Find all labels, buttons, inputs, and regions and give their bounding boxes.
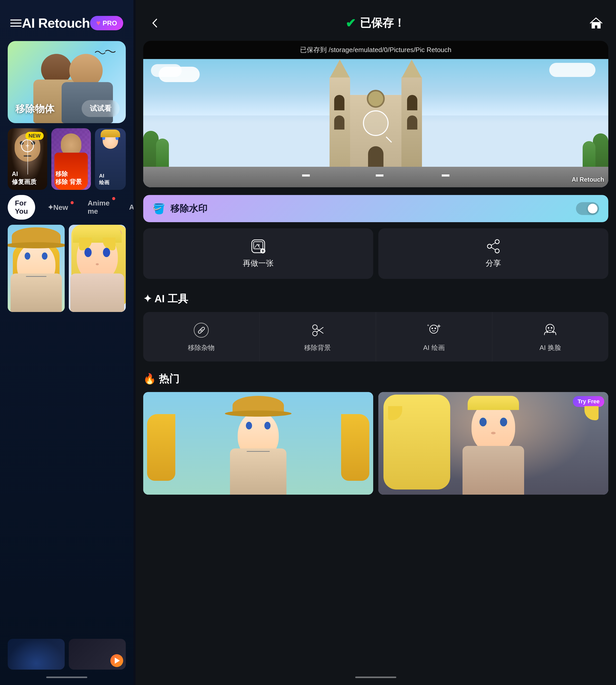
feature-paint-label: AI 绘画 bbox=[99, 173, 109, 186]
left-home-bar bbox=[46, 677, 87, 678]
back-button[interactable] bbox=[148, 17, 161, 29]
save-title: ✔ 已保存！ bbox=[346, 16, 405, 30]
anime-me-dot bbox=[112, 197, 115, 200]
hero-banner[interactable]: 移除物体 试试看 bbox=[8, 41, 126, 123]
ai-paint-label: AI 绘画 bbox=[423, 343, 445, 352]
home-button[interactable] bbox=[589, 16, 603, 30]
right-header: ✔ 已保存！ bbox=[135, 0, 616, 41]
right-home-bar bbox=[355, 677, 396, 678]
tool-ai-paint[interactable]: AI 绘画 bbox=[376, 312, 492, 362]
svg-point-22 bbox=[551, 327, 552, 329]
ai-tools-header: ✦ AI 工具 bbox=[135, 289, 616, 312]
feature-grid: NEW AI 修复画质 移除移除 背景 bbox=[8, 128, 126, 190]
panel-divider bbox=[133, 0, 135, 685]
app-title: AI Retouch bbox=[22, 16, 90, 31]
ai-face-label: AI 换脸 bbox=[540, 343, 561, 352]
remove-bg-icon bbox=[309, 321, 327, 339]
hero-text: 移除物体 bbox=[16, 102, 54, 115]
hot-card-2[interactable]: Try Free bbox=[378, 392, 608, 495]
share-label: 分享 bbox=[486, 258, 501, 269]
action-buttons: 再做一张 分享 bbox=[143, 228, 608, 279]
remove-object-icon bbox=[192, 321, 210, 339]
road bbox=[143, 167, 608, 187]
right-home-indicator bbox=[135, 669, 616, 685]
new-tab-dot bbox=[71, 201, 74, 204]
svg-point-18 bbox=[432, 328, 433, 329]
left-header: AI Retouch ♥ PRO bbox=[0, 0, 133, 41]
tool-remove-object[interactable]: 移除杂物 bbox=[143, 312, 260, 362]
check-icon: ✔ bbox=[346, 16, 356, 30]
hamburger-menu[interactable] bbox=[10, 20, 22, 27]
ai-tools-row: 移除杂物 移除背景 bbox=[143, 312, 608, 362]
redo-button[interactable]: 再做一张 bbox=[143, 228, 373, 279]
watermark-toggle-switch[interactable] bbox=[576, 202, 599, 215]
svg-line-7 bbox=[491, 243, 496, 245]
hero-try-button[interactable]: 试试看 bbox=[82, 100, 119, 117]
svg-point-2 bbox=[258, 244, 260, 246]
watermark-toggle-bar[interactable]: 🪣 移除水印 bbox=[143, 195, 608, 222]
hot-cards-row: Try Free bbox=[143, 392, 608, 495]
cathedral-image: AI Retouch bbox=[143, 59, 608, 187]
svg-line-8 bbox=[491, 247, 496, 250]
left-panel: AI Retouch ♥ PRO bbox=[0, 0, 133, 685]
remove-bg-label: 移除背景 bbox=[304, 343, 331, 352]
redo-label: 再做一张 bbox=[243, 258, 273, 269]
toggle-knob bbox=[588, 204, 597, 213]
svg-point-21 bbox=[548, 327, 549, 329]
right-panel: ✔ 已保存！ 已保存到 /storage/emulated/0/Pictures… bbox=[135, 0, 616, 685]
save-text: 已保存！ bbox=[360, 16, 405, 30]
share-icon bbox=[486, 238, 501, 254]
anime-card-3d[interactable]: Try Free 3D Toon bbox=[69, 225, 126, 312]
feature-face-restore[interactable]: NEW AI 修复画质 bbox=[8, 128, 47, 190]
bottom-card-1[interactable] bbox=[8, 639, 65, 669]
svg-point-6 bbox=[495, 249, 499, 253]
hot-section-header: 🔥 热门 bbox=[135, 369, 616, 392]
tool-remove-bg[interactable]: 移除背景 bbox=[260, 312, 376, 362]
bottom-partial-cards bbox=[8, 639, 126, 669]
tab-new[interactable]: ✦New bbox=[40, 199, 75, 216]
svg-point-4 bbox=[495, 239, 499, 244]
heart-icon: ♥ bbox=[96, 19, 101, 27]
pro-badge[interactable]: ♥ PRO bbox=[90, 16, 123, 30]
tab-for-you[interactable]: For You bbox=[8, 195, 35, 220]
tab-anime-me[interactable]: Anime me bbox=[80, 195, 117, 220]
anime-card-80s[interactable]: 80s Cartoon bbox=[8, 225, 65, 312]
brush-icon: 🪣 bbox=[152, 203, 165, 215]
svg-point-5 bbox=[487, 244, 491, 248]
ai-face-icon bbox=[541, 321, 559, 339]
new-badge: NEW bbox=[25, 132, 44, 140]
feature-bg-remove[interactable]: 移除移除 背景 bbox=[51, 128, 91, 190]
tool-ai-face[interactable]: AI 换脸 bbox=[492, 312, 608, 362]
tabs-section: For You ✦New Anime me Anime bbox=[0, 195, 133, 225]
feature-ai-paint[interactable]: AI 绘画 bbox=[95, 128, 126, 190]
left-home-indicator bbox=[0, 669, 133, 685]
watermark-label: 移除水印 bbox=[171, 202, 207, 215]
feature-bg-label: 移除移除 背景 bbox=[56, 170, 82, 186]
svg-point-17 bbox=[430, 325, 438, 333]
hot-try-free-badge: Try Free bbox=[573, 396, 604, 407]
svg-point-19 bbox=[435, 328, 436, 329]
ai-paint-icon bbox=[425, 321, 443, 339]
tabs-row: For You ✦New Anime me Anime bbox=[8, 195, 126, 220]
hot-card-1[interactable] bbox=[143, 392, 373, 495]
remove-object-label: 移除杂物 bbox=[188, 343, 215, 352]
tab-anime[interactable]: Anime bbox=[122, 199, 133, 215]
anime-cards-grid: 80s Cartoon bbox=[8, 225, 126, 635]
image-watermark: AI Retouch bbox=[572, 176, 604, 183]
feature-face-label: AI 修复画质 bbox=[12, 170, 37, 186]
save-path: 已保存到 /storage/emulated/0/Pictures/Pic Re… bbox=[143, 41, 608, 59]
search-overlay-icon bbox=[363, 110, 389, 136]
saved-image-card: 已保存到 /storage/emulated/0/Pictures/Pic Re… bbox=[143, 41, 608, 187]
redo-icon bbox=[250, 238, 266, 254]
bottom-card-2[interactable] bbox=[69, 639, 126, 669]
share-button[interactable]: 分享 bbox=[378, 228, 608, 279]
